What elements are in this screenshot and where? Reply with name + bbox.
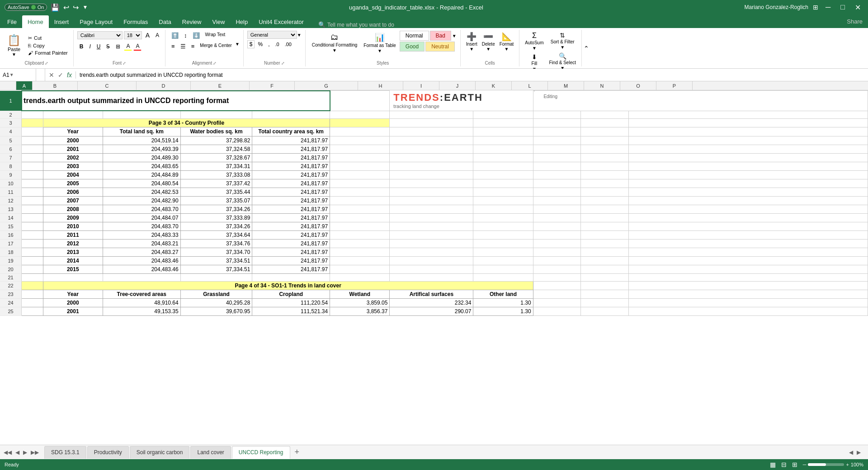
- cell-B6[interactable]: 2001: [43, 145, 103, 154]
- cell-E9[interactable]: 241,817.97: [252, 171, 330, 179]
- col-header-F[interactable]: F: [250, 81, 295, 90]
- cell-A16[interactable]: [22, 231, 43, 240]
- normal-style[interactable]: Normal: [400, 31, 429, 41]
- tab-help[interactable]: Help: [230, 15, 253, 28]
- cell-D15[interactable]: 37,334.26: [180, 222, 252, 231]
- border-btn[interactable]: ⊞: [113, 42, 123, 51]
- sheet-tab-sdg[interactable]: SDG 15.3.1: [44, 446, 86, 459]
- view-normal-btn[interactable]: ▦: [770, 461, 776, 468]
- bad-style[interactable]: Bad: [430, 31, 451, 41]
- cell-A10[interactable]: [22, 179, 43, 188]
- sheet-tab-productivity[interactable]: Productivity: [87, 446, 129, 459]
- cell-D19[interactable]: 37,334.51: [180, 257, 252, 265]
- cell-ref[interactable]: A1: [3, 72, 9, 78]
- cell-D23[interactable]: Grassland: [180, 290, 252, 299]
- quick-access-more[interactable]: ▼: [82, 4, 88, 10]
- cell-E25[interactable]: 111,521.34: [252, 307, 330, 316]
- paste-btn[interactable]: 📋 Paste ▼: [4, 32, 24, 59]
- cell-H23[interactable]: Other land: [473, 290, 533, 299]
- cell-E6[interactable]: 241,817.97: [252, 145, 330, 154]
- cell-F23[interactable]: Wetland: [330, 290, 390, 299]
- tab-insert[interactable]: Insert: [49, 15, 75, 28]
- increase-decimal-btn[interactable]: .0: [273, 41, 282, 48]
- cell-E18[interactable]: 241,817.97: [252, 248, 330, 257]
- cell-J3[interactable]: [581, 118, 629, 127]
- cell-B16[interactable]: 2011: [43, 231, 103, 240]
- font-size-select[interactable]: 18: [124, 31, 142, 39]
- cell-E4[interactable]: Total country area sq. km: [252, 127, 330, 136]
- cell-B8[interactable]: 2003: [43, 162, 103, 171]
- cell-B9[interactable]: 2004: [43, 171, 103, 179]
- tab-data[interactable]: Data: [153, 15, 176, 28]
- cell-C8[interactable]: 204,483.65: [103, 162, 180, 171]
- col-header-B[interactable]: B: [33, 81, 78, 90]
- cell-B3-header[interactable]: Page 3 of 34 - Country Profile: [43, 118, 330, 127]
- cell-page4-header[interactable]: Page 4 of 34 - SO1-1 Trends in land cove…: [43, 282, 533, 290]
- font-color-btn[interactable]: A: [133, 42, 142, 51]
- cell-E14[interactable]: 241,817.97: [252, 214, 330, 222]
- cell-B2[interactable]: [43, 111, 103, 118]
- cell-A13[interactable]: [22, 205, 43, 214]
- cell-A8[interactable]: [22, 162, 43, 171]
- fill-color-btn[interactable]: A: [124, 42, 132, 51]
- merge-dropdown[interactable]: ▼: [235, 42, 240, 51]
- cell-C9[interactable]: 204,484.89: [103, 171, 180, 179]
- merge-center-btn[interactable]: Merge & Center: [198, 42, 234, 51]
- cell-C4[interactable]: Total land sq. km: [103, 127, 180, 136]
- sheet-tab-unccd[interactable]: UNCCD Reporting: [232, 446, 290, 459]
- italic-btn[interactable]: I: [87, 42, 93, 51]
- cell-E13[interactable]: 241,817.97: [252, 205, 330, 214]
- cell-B24[interactable]: 2000: [43, 299, 103, 307]
- cell-F25[interactable]: 3,856.37: [330, 307, 390, 316]
- formula-input[interactable]: [76, 69, 868, 81]
- align-top-btn[interactable]: ⬆️: [169, 31, 181, 40]
- autosave-toggle[interactable]: AutoSave On: [5, 4, 47, 11]
- bold-btn[interactable]: B: [77, 42, 86, 51]
- cell-H24[interactable]: 1.30: [473, 299, 533, 307]
- cell-C17[interactable]: 204,483.21: [103, 240, 180, 248]
- scroll-right-btn[interactable]: ▶: [855, 449, 863, 456]
- view-page-layout-btn[interactable]: ⊟: [781, 461, 787, 468]
- cell-H3[interactable]: [473, 118, 533, 127]
- styles-dropdown[interactable]: ▼: [452, 31, 457, 41]
- cell-E12[interactable]: 241,817.97: [252, 197, 330, 205]
- cell-D5[interactable]: 37,298.82: [180, 136, 252, 145]
- cell-E24[interactable]: 111,220.54: [252, 299, 330, 307]
- number-format-select[interactable]: General: [247, 31, 297, 39]
- decrease-font-btn[interactable]: A: [153, 31, 161, 39]
- currency-btn[interactable]: $: [247, 40, 255, 48]
- cell-D8[interactable]: 37,334.31: [180, 162, 252, 171]
- cell-B15[interactable]: 2010: [43, 222, 103, 231]
- align-center-btn[interactable]: ☰: [178, 42, 188, 51]
- cell-A5[interactable]: [22, 136, 43, 145]
- cell-A4[interactable]: [22, 127, 43, 136]
- cell-C2[interactable]: [103, 111, 180, 118]
- cell-D9[interactable]: 37,333.08: [180, 171, 252, 179]
- cell-F24[interactable]: 3,859.05: [330, 299, 390, 307]
- col-header-O[interactable]: O: [620, 81, 656, 90]
- cell-H4[interactable]: [473, 127, 533, 136]
- format-table-btn[interactable]: 📊 Format as Table ▼: [361, 31, 399, 60]
- minimize-btn[interactable]: ─: [823, 3, 833, 11]
- cell-A14[interactable]: [22, 214, 43, 222]
- cell-E23[interactable]: Cropland: [252, 290, 330, 299]
- comma-btn[interactable]: ,: [266, 40, 272, 48]
- cell-B5[interactable]: 2000: [43, 136, 103, 145]
- delete-btn[interactable]: ➖ Delete ▼: [480, 31, 497, 52]
- cell-A12[interactable]: [22, 197, 43, 205]
- redo-btn[interactable]: ↪: [73, 3, 79, 12]
- sheet-add-btn[interactable]: +: [291, 447, 303, 457]
- cell-D4[interactable]: Water bodies sq. km: [180, 127, 252, 136]
- cell-B13[interactable]: 2008: [43, 205, 103, 214]
- tab-file[interactable]: File: [2, 15, 22, 28]
- cell-C20[interactable]: 204,483.46: [103, 265, 180, 274]
- cell-D16[interactable]: 37,334.64: [180, 231, 252, 240]
- cell-H2[interactable]: [473, 111, 533, 118]
- restore-btn[interactable]: □: [838, 3, 848, 11]
- cell-rest-2[interactable]: [629, 111, 868, 118]
- save-icon[interactable]: 💾: [51, 3, 60, 12]
- cell-A6[interactable]: [22, 145, 43, 154]
- cell-C5[interactable]: 204,519.14: [103, 136, 180, 145]
- cell-D7[interactable]: 37,328.67: [180, 154, 252, 162]
- format-painter-btn[interactable]: 🖌 Format Painter: [26, 50, 70, 56]
